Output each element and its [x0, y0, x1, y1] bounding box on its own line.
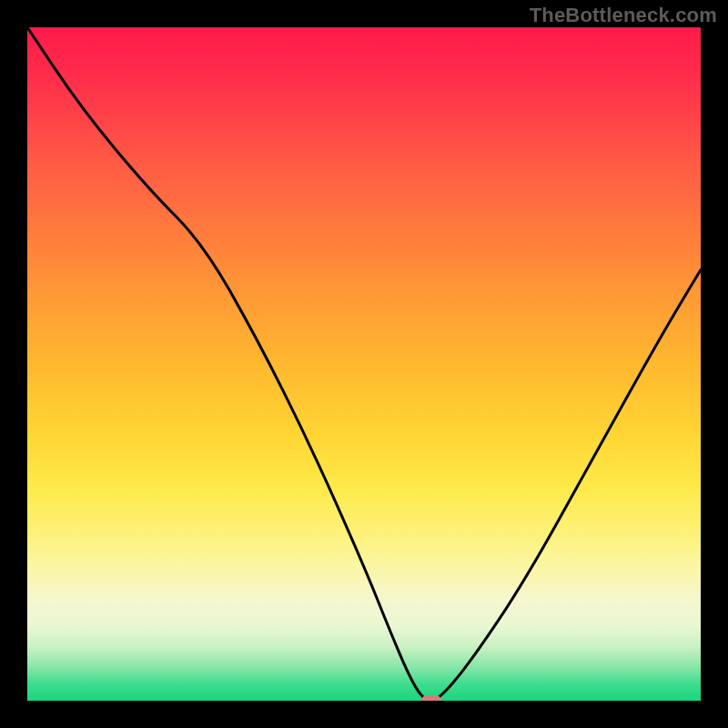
chart-frame: TheBottleneck.com: [0, 0, 728, 728]
bottleneck-curve: [27, 27, 701, 701]
curve-path: [27, 27, 701, 701]
plot-area: [27, 27, 701, 701]
optimal-point-marker: [421, 695, 441, 701]
watermark-text: TheBottleneck.com: [530, 4, 717, 27]
